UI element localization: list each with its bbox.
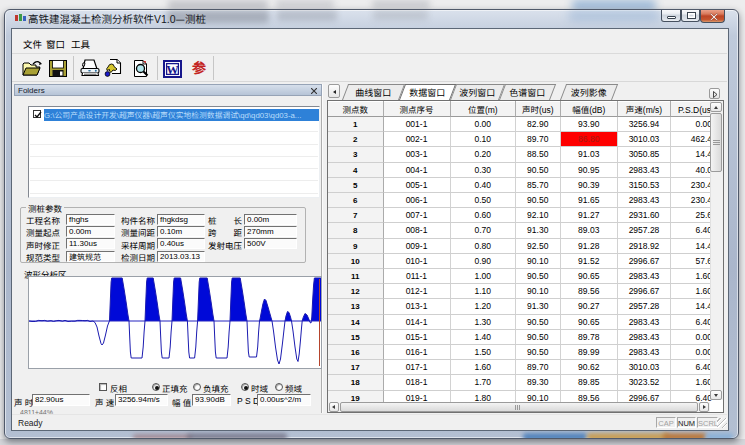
svg-text:W: W (166, 63, 179, 77)
